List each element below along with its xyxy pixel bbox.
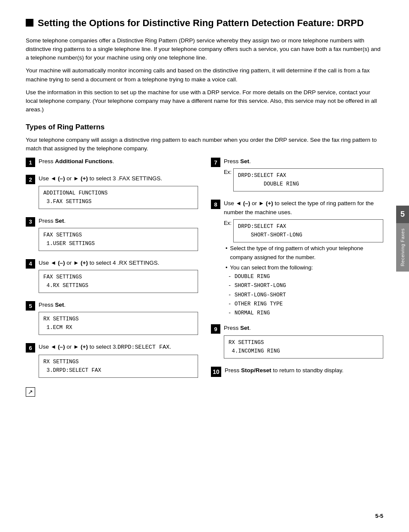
- step-6: 6 Use ◄ (–) or ► (+) to select 3.DRPD:SE…: [26, 343, 198, 379]
- step-5-content: Press Set. RX SETTINGS 1.ECM RX: [39, 301, 198, 337]
- side-tab-container: 5 Receiving Faxes: [396, 206, 409, 272]
- step-8-code: DRPD:SELECT FAX SHORT-SHORT-LONG: [233, 219, 383, 242]
- step-5-text: Press Set.: [39, 301, 198, 309]
- step-9-text: Press Set.: [224, 324, 383, 332]
- page-title-block: Setting the Options for Distinctive Ring…: [26, 17, 383, 30]
- step-1-text: Press Additional Functions.: [39, 157, 198, 166]
- body-paragraph-3: Use the information in this section to s…: [26, 88, 383, 114]
- step-2-text: Use ◄ (–) or ► (+) to select 3 .FAX SETT…: [39, 174, 198, 183]
- step-8-ex-label: Ex:: [224, 220, 232, 226]
- page-container: Setting the Options for Distinctive Ring…: [0, 0, 409, 532]
- step-7-code-block: Ex: DRPD:SELECT FAX DOUBLE RING: [224, 168, 383, 191]
- body-paragraph-1: Some telephone companies offer a Distinc…: [26, 36, 383, 63]
- step-5-code: RX SETTINGS 1.ECM RX: [39, 312, 198, 335]
- step-3-code: FAX SETTINGS 1.USER SETTINGS: [39, 228, 198, 251]
- step-3: 3 Press Set. FAX SETTINGS 1.USER SETTING…: [26, 217, 198, 253]
- steps-container: 1 Press Additional Functions. 2 Use ◄ (–…: [26, 157, 383, 397]
- step-6-text: Use ◄ (–) or ► (+) to select 3.DRPD:SELE…: [39, 343, 198, 352]
- step-4-code: FAX SETTINGS 4.RX SETTINGS: [39, 270, 198, 293]
- step-6-content: Use ◄ (–) or ► (+) to select 3.DRPD:SELE…: [39, 343, 198, 379]
- step-9: 9 Press Set. RX SETTINGS 4.INCOMING RING: [211, 324, 383, 360]
- step-9-number: 9: [211, 324, 220, 334]
- step-3-number: 3: [26, 217, 35, 227]
- page-title: Setting the Options for Distinctive Ring…: [38, 17, 364, 30]
- right-column: 7 Press Set. Ex: DRPD:SELECT FAX DOUBLE …: [211, 157, 383, 397]
- step-7-number: 7: [211, 158, 220, 167]
- step-2: 2 Use ◄ (–) or ► (+) to select 3 .FAX SE…: [26, 174, 198, 210]
- page-number: 5-5: [375, 513, 383, 519]
- step-7-content: Press Set. Ex: DRPD:SELECT FAX DOUBLE RI…: [224, 157, 383, 193]
- step-8-bullet-2: You can select from the following:: [226, 263, 383, 272]
- side-tab-label: Receiving Faxes: [400, 228, 405, 266]
- step-6-code: RX SETTINGS 3.DRPD:SELECT FAX: [39, 355, 198, 378]
- section-heading: Types of Ring Patterns: [26, 123, 383, 132]
- step-8: 8 Use ◄ (–) or ► (+) to select the type …: [211, 199, 383, 318]
- step-8-content: Use ◄ (–) or ► (+) to select the type of…: [224, 199, 383, 318]
- step-10-content: Press Stop/Reset to return to standby di…: [225, 366, 383, 377]
- step-8-text: Use ◄ (–) or ► (+) to select the type of…: [224, 199, 383, 217]
- step-2-code: ADDITIONAL FUNCTIONS 3.FAX SETTINGS: [39, 186, 198, 209]
- step-3-text: Press Set.: [39, 217, 198, 225]
- step-8-code-block: Ex: DRPD:SELECT FAX SHORT-SHORT-LONG: [224, 219, 383, 242]
- step-2-number: 2: [26, 175, 35, 184]
- continue-arrow-icon: ↗: [26, 387, 35, 397]
- step-7: 7 Press Set. Ex: DRPD:SELECT FAX DOUBLE …: [211, 157, 383, 193]
- step-10: 10 Press Stop/Reset to return to standby…: [211, 366, 383, 377]
- title-square-icon: [26, 19, 33, 27]
- step-9-content: Press Set. RX SETTINGS 4.INCOMING RING: [224, 324, 383, 360]
- step-8-bullets: Select the type of ring pattern of which…: [226, 244, 383, 272]
- section-body: Your telephone company will assign a dis…: [26, 136, 383, 153]
- step-1-number: 1: [26, 158, 35, 167]
- step-7-ex-label: Ex:: [224, 169, 232, 175]
- continue-arrow-block: ↗: [26, 386, 198, 397]
- step-5-number: 5: [26, 301, 35, 311]
- step-4-content: Use ◄ (–) or ► (+) to select 4 .RX SETTI…: [39, 259, 198, 295]
- step-10-number: 10: [211, 367, 221, 377]
- left-column: 1 Press Additional Functions. 2 Use ◄ (–…: [26, 157, 198, 397]
- step-10-text: Press Stop/Reset to return to standby di…: [225, 366, 383, 375]
- step-4-text: Use ◄ (–) or ► (+) to select 4 .RX SETTI…: [39, 259, 198, 267]
- step-8-mono-list: - DOUBLE RING - SHORT-SHORT-LONG - SHORT…: [228, 272, 383, 318]
- step-2-content: Use ◄ (–) or ► (+) to select 3 .FAX SETT…: [39, 174, 198, 210]
- step-1-content: Press Additional Functions.: [39, 157, 198, 168]
- step-8-bullet-1: Select the type of ring pattern of which…: [226, 244, 383, 262]
- body-paragraph-2: Your machine will automatically monitor …: [26, 66, 383, 84]
- step-9-code: RX SETTINGS 4.INCOMING RING: [224, 335, 383, 359]
- step-7-code: DRPD:SELECT FAX DOUBLE RING: [233, 168, 383, 191]
- tab-number-box: 5: [396, 206, 409, 223]
- step-3-content: Press Set. FAX SETTINGS 1.USER SETTINGS: [39, 217, 198, 253]
- step-5: 5 Press Set. RX SETTINGS 1.ECM RX: [26, 301, 198, 337]
- step-8-number: 8: [211, 200, 220, 209]
- step-6-number: 6: [26, 343, 35, 353]
- side-tab: Receiving Faxes: [396, 223, 409, 272]
- step-4: 4 Use ◄ (–) or ► (+) to select 4 .RX SET…: [26, 259, 198, 295]
- step-7-text: Press Set.: [224, 157, 383, 166]
- step-4-number: 4: [26, 259, 35, 269]
- step-1: 1 Press Additional Functions.: [26, 157, 198, 168]
